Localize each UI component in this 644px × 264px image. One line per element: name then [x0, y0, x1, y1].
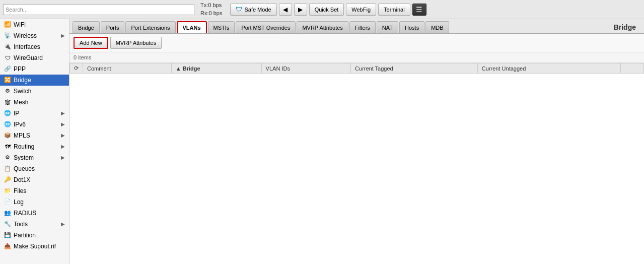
sidebar-item-label-wireless: Wireless: [14, 32, 37, 39]
sidebar-item-mesh[interactable]: 🕸Mesh: [0, 97, 69, 108]
mesh-icon: 🕸: [4, 99, 11, 106]
ip-icon: 🌐: [4, 110, 11, 117]
traffic-stats: Tx:0 bps Rx:0 bps: [200, 2, 222, 17]
col-header-current-untagged[interactable]: Current Untagged: [477, 63, 620, 74]
forward-button[interactable]: ▶: [294, 4, 307, 16]
tools-icon: 🔧: [4, 221, 11, 228]
make-supout-icon: 📥: [4, 243, 11, 250]
sidebar-item-label-wifi: WiFi: [14, 21, 26, 28]
terminal-button[interactable]: Terminal: [378, 4, 410, 16]
vlans-table: ⟳Comment▲ BridgeVLAN IDsCurrent TaggedCu…: [69, 63, 644, 74]
partition-icon: 💾: [4, 232, 11, 239]
table-container: ⟳Comment▲ BridgeVLAN IDsCurrent TaggedCu…: [69, 63, 644, 264]
sidebar-item-label-make-supout: Make Supout.rif: [14, 243, 56, 250]
sidebar-item-partition[interactable]: 💾Partition: [0, 230, 69, 241]
tab-mvrp-attributes[interactable]: MVRP Attributes: [297, 21, 348, 33]
sidebar-item-log[interactable]: 📄Log: [0, 196, 69, 208]
sidebar-item-label-mpls: MPLS: [14, 132, 30, 139]
sidebar: 📶WiFi📡Wireless▶🔌Interfaces🛡WireGuard🔗PPP…: [0, 19, 69, 264]
routing-icon: 🗺: [4, 143, 11, 150]
sidebar-item-tools[interactable]: 🔧Tools▶: [0, 219, 69, 230]
queues-icon: 📋: [4, 165, 11, 172]
sidebar-item-label-files: Files: [14, 187, 26, 194]
tab-mstis[interactable]: MSTIs: [208, 21, 235, 33]
content-area: BridgePortsPort ExtensionsVLANsMSTIsPort…: [69, 19, 644, 264]
sidebar-item-ip[interactable]: 🌐IP▶: [0, 108, 69, 119]
sidebar-item-system[interactable]: ⚙System▶: [0, 152, 69, 163]
sidebar-item-switch[interactable]: ⚙Switch: [0, 86, 69, 97]
wireguard-icon: 🛡: [4, 54, 11, 61]
col-header-vlan-ids[interactable]: VLAN IDs: [261, 63, 350, 74]
sidebar-item-wireless[interactable]: 📡Wireless▶: [0, 30, 69, 41]
sidebar-item-wireguard[interactable]: 🛡WireGuard: [0, 52, 69, 63]
mpls-arrow-icon: ▶: [61, 133, 65, 138]
sidebar-item-interfaces[interactable]: 🔌Interfaces: [0, 41, 69, 52]
sidebar-item-label-switch: Switch: [14, 88, 31, 95]
tools-arrow-icon: ▶: [61, 221, 65, 227]
sidebar-item-queues[interactable]: 📋Queues: [0, 163, 69, 174]
mvrp-attributes-button[interactable]: MVRP Attributes: [110, 37, 162, 49]
col-header-comment[interactable]: Comment: [83, 63, 172, 74]
sidebar-item-dot1x[interactable]: 🔑Dot1X: [0, 174, 69, 185]
page-title: Bridge: [609, 23, 641, 31]
tab-bar: BridgePortsPort ExtensionsVLANsMSTIsPort…: [69, 19, 644, 34]
ppp-icon: 🔗: [4, 65, 11, 73]
sidebar-item-radius[interactable]: 👥RADIUS: [0, 208, 69, 219]
switch-icon: ⚙: [4, 88, 11, 95]
radius-icon: 👥: [4, 210, 11, 217]
dot1x-icon: 🔑: [4, 176, 11, 183]
quick-set-button[interactable]: Quick Set: [309, 4, 344, 16]
sidebar-item-label-mesh: Mesh: [14, 99, 28, 106]
sidebar-item-ipv6[interactable]: 🌐IPv6▶: [0, 119, 69, 130]
tab-filters[interactable]: Filters: [349, 21, 376, 33]
back-button[interactable]: ◀: [279, 4, 292, 16]
interfaces-icon: 🔌: [4, 43, 11, 50]
sidebar-item-label-tools: Tools: [14, 221, 28, 228]
search-input[interactable]: [3, 4, 194, 15]
tab-port-extensions[interactable]: Port Extensions: [125, 21, 175, 33]
log-icon: 📄: [4, 199, 11, 206]
main-layout: 📶WiFi📡Wireless▶🔌Interfaces🛡WireGuard🔗PPP…: [0, 19, 644, 264]
tab-vlans[interactable]: VLANs: [177, 21, 207, 33]
terminal-label: Terminal: [384, 7, 405, 13]
sidebar-item-files[interactable]: 📁Files: [0, 185, 69, 196]
add-new-button[interactable]: Add New: [74, 37, 108, 49]
sidebar-item-label-ppp: PPP: [14, 65, 26, 73]
action-bar: Add New MVRP Attributes: [69, 34, 644, 52]
sidebar-item-label-radius: RADIUS: [14, 210, 36, 217]
webfig-button[interactable]: WebFig: [346, 4, 376, 16]
col-header-refresh[interactable]: ⟳: [70, 63, 83, 74]
system-arrow-icon: ▶: [61, 155, 65, 160]
sidebar-item-routing[interactable]: 🗺Routing▶: [0, 141, 69, 152]
ipv6-arrow-icon: ▶: [61, 121, 65, 127]
col-header-current-tagged[interactable]: Current Tagged: [351, 63, 478, 74]
tab-mdb[interactable]: MDB: [425, 21, 449, 33]
items-count: 0 items: [69, 52, 644, 63]
sidebar-item-label-log: Log: [14, 199, 24, 206]
tab-hosts[interactable]: Hosts: [399, 21, 424, 33]
menu-button[interactable]: ☰: [412, 4, 426, 16]
sidebar-item-make-supout[interactable]: 📥Make Supout.rif: [0, 241, 69, 252]
sidebar-item-mpls[interactable]: 📦MPLS▶: [0, 130, 69, 141]
tab-bridge[interactable]: Bridge: [73, 21, 100, 33]
wireless-arrow-icon: ▶: [61, 33, 65, 38]
tab-port-mst-overrides[interactable]: Port MST Overrides: [236, 21, 296, 33]
rx-stat: Rx:0 bps: [200, 10, 222, 17]
sidebar-item-label-ip: IP: [14, 110, 19, 117]
tab-ports[interactable]: Ports: [101, 21, 125, 33]
ip-arrow-icon: ▶: [61, 110, 65, 116]
sidebar-item-wifi[interactable]: 📶WiFi: [0, 19, 69, 30]
safe-mode-button[interactable]: 🛡 Safe Mode: [230, 4, 276, 16]
add-new-label: Add New: [80, 40, 102, 46]
col-header-extra: [620, 63, 643, 74]
sidebar-item-label-ipv6: IPv6: [14, 121, 26, 128]
files-icon: 📁: [4, 187, 11, 194]
sidebar-item-ppp[interactable]: 🔗PPP: [0, 63, 69, 75]
sidebar-item-label-interfaces: Interfaces: [14, 43, 40, 50]
tab-nat[interactable]: NAT: [377, 21, 398, 33]
mvrp-attributes-label: MVRP Attributes: [116, 40, 157, 46]
back-icon: ◀: [283, 6, 288, 13]
sidebar-item-bridge[interactable]: 🔀Bridge: [0, 75, 69, 86]
safe-mode-label: Safe Mode: [244, 7, 271, 13]
col-header-bridge[interactable]: ▲ Bridge: [171, 63, 261, 74]
